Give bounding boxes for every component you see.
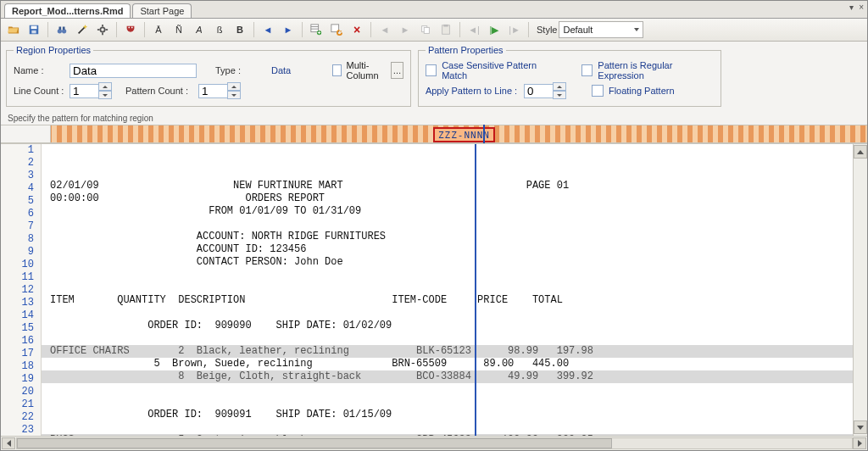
format-italic-icon[interactable]: A xyxy=(190,20,209,39)
format-sans-icon[interactable]: Ñ xyxy=(170,20,188,39)
svg-point-13 xyxy=(128,27,130,29)
line-number: 3 xyxy=(1,170,34,182)
pattern-marker[interactable]: ZZZ-NNNN xyxy=(433,127,495,142)
report-line[interactable]: ORDER ID: 909091 SHIP DATE: 01/15/09 xyxy=(42,409,853,421)
svg-rect-6 xyxy=(63,27,65,31)
line-number: 21 xyxy=(1,398,34,411)
multicolumn-checkbox[interactable] xyxy=(332,64,342,76)
report-line[interactable] xyxy=(42,396,853,409)
line-count-spin[interactable] xyxy=(70,82,112,99)
tab-close-icon[interactable]: × xyxy=(859,3,864,12)
multicolumn-more-button[interactable]: … xyxy=(391,62,403,79)
svg-rect-23 xyxy=(443,25,448,27)
report-line[interactable]: 8 Beige, Cloth, straight-back BCO-33884 … xyxy=(42,370,853,383)
report-line[interactable] xyxy=(42,307,853,320)
nav-fwd-icon[interactable]: ► xyxy=(396,20,415,39)
hscroll-track[interactable] xyxy=(16,437,853,449)
line-number: 16 xyxy=(1,335,34,348)
name-input[interactable] xyxy=(70,64,197,78)
paste-icon[interactable] xyxy=(437,20,455,39)
report-line[interactable]: 5 Brown, Suede, reclining BRN-65509 89.0… xyxy=(42,358,853,370)
line-number: 6 xyxy=(1,208,34,220)
para-apply-icon[interactable]: |▶ xyxy=(485,20,504,39)
case-sensitive-checkbox[interactable] xyxy=(426,64,437,76)
pattern-count-input[interactable] xyxy=(198,84,227,98)
floating-checkbox[interactable] xyxy=(592,85,604,97)
format-beta-icon[interactable]: ß xyxy=(210,20,229,39)
report-line[interactable]: 00:00:00 ORDERS REPORT xyxy=(42,192,853,205)
svg-rect-2 xyxy=(31,31,36,34)
arrow-right-icon[interactable]: ► xyxy=(279,20,298,39)
tab-minimize-icon[interactable]: ▾ xyxy=(849,3,854,12)
copy-icon[interactable] xyxy=(416,20,435,39)
report-line[interactable]: ORDER ID: 909090 SHIP DATE: 01/02/09 xyxy=(42,320,853,332)
gear-icon[interactable] xyxy=(93,20,112,39)
style-dropdown[interactable]: Default xyxy=(559,21,643,38)
binoculars-icon[interactable] xyxy=(53,20,71,39)
scroll-up-icon[interactable] xyxy=(854,145,867,159)
report-line[interactable]: ITEM QUANTITY DESCRIPTION ITEM-CODE PRIC… xyxy=(42,294,853,307)
format-serif-icon[interactable]: Ā xyxy=(149,20,168,39)
report-line[interactable]: ACCOUNT ID: 123456 xyxy=(42,243,853,256)
style-value: Default xyxy=(563,25,593,35)
arrow-left-icon[interactable]: ◄ xyxy=(259,20,277,39)
save-icon[interactable] xyxy=(25,20,43,39)
report-view: 1234567891011121314151617181920212223242… xyxy=(1,143,867,436)
report-line[interactable]: CONTACT PERSON: John Doe xyxy=(42,256,853,269)
grid-reload-icon[interactable] xyxy=(327,20,346,39)
window: Report_Mod...tterns.Rmd Start Page ▾ × Ā… xyxy=(0,0,868,451)
format-bold-icon[interactable]: B xyxy=(231,20,249,39)
tab-start-page[interactable]: Start Page xyxy=(132,3,192,18)
style-label: Style xyxy=(537,25,557,35)
line-number: 11 xyxy=(1,271,34,284)
apply-pattern-spin[interactable] xyxy=(524,82,566,99)
open-icon[interactable] xyxy=(4,20,23,39)
svg-rect-15 xyxy=(311,25,319,32)
report-line[interactable] xyxy=(42,421,853,434)
name-label: Name : xyxy=(14,65,64,75)
column-guide[interactable] xyxy=(475,144,476,436)
apply-pattern-input[interactable] xyxy=(524,84,553,98)
line-count-label: Line Count : xyxy=(14,86,64,96)
para-left-icon[interactable]: ◄| xyxy=(465,20,483,39)
delete-x-icon[interactable]: × xyxy=(348,20,366,39)
ruler-gutter xyxy=(1,125,51,142)
scroll-left-icon[interactable] xyxy=(2,437,15,449)
report-line[interactable] xyxy=(42,218,853,231)
line-number: 8 xyxy=(1,233,34,246)
report-line[interactable] xyxy=(42,332,853,345)
line-number: 15 xyxy=(1,322,34,335)
report-line[interactable] xyxy=(42,383,853,396)
wand-icon[interactable] xyxy=(73,20,92,39)
report-line[interactable]: 02/01/09 NEW FURTINURE MART PAGE 01 xyxy=(42,180,853,192)
report-line[interactable]: FROM 01/01/09 TO 01/31/09 xyxy=(42,205,853,218)
pattern-count-spin[interactable] xyxy=(198,82,241,99)
grid-add-icon[interactable] xyxy=(307,20,326,39)
apply-pattern-label: Apply Pattern to Line : xyxy=(426,86,519,96)
line-count-input[interactable] xyxy=(70,84,98,98)
vertical-scrollbar[interactable] xyxy=(853,144,867,436)
regex-checkbox[interactable] xyxy=(581,64,593,76)
region-properties: Region Properties Name : Type : Data Mul… xyxy=(6,45,411,107)
hscroll-thumb[interactable] xyxy=(17,438,612,448)
type-label: Type : xyxy=(215,65,266,75)
report-line[interactable]: ACCOUNT: NORTH RIDGE FURNITURES xyxy=(42,231,853,243)
report-line[interactable]: RUGS 5 Centerpiece, black CBR-45633 199.… xyxy=(42,434,853,436)
nav-back-icon[interactable]: ◄ xyxy=(376,20,394,39)
report-line[interactable] xyxy=(42,269,853,281)
scroll-down-icon[interactable] xyxy=(854,420,867,434)
svg-point-8 xyxy=(100,27,104,31)
ruler-caret[interactable] xyxy=(483,125,485,143)
mask-icon[interactable] xyxy=(121,20,140,39)
report-line[interactable]: OFFICE CHAIRS 2 Black, leather, reclinin… xyxy=(42,345,853,358)
report-line[interactable] xyxy=(42,281,853,294)
region-properties-legend: Region Properties xyxy=(14,45,93,55)
para-right-icon[interactable]: |► xyxy=(505,20,524,39)
report-body[interactable]: 02/01/09 NEW FURTINURE MART PAGE 0100:00… xyxy=(42,144,853,436)
tab-report-model[interactable]: Report_Mod...tterns.Rmd xyxy=(4,3,131,18)
horizontal-scrollbar[interactable] xyxy=(1,436,867,450)
type-value: Data xyxy=(271,65,322,75)
scroll-right-icon[interactable] xyxy=(853,437,866,449)
pattern-ruler[interactable]: ZZZ-NNNN xyxy=(1,125,867,143)
svg-rect-21 xyxy=(424,27,429,33)
